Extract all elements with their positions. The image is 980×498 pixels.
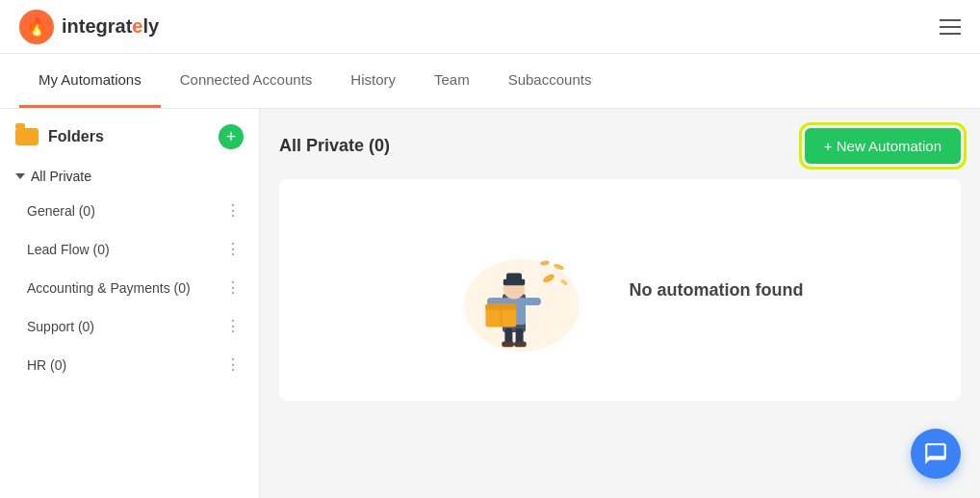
tab-subaccounts[interactable]: Subaccounts [489,54,611,108]
sidebar-item-general-label: General (0) [27,203,95,219]
sidebar-item-support-label: Support (0) [27,319,94,334]
hamburger-line-1 [940,19,961,21]
chat-icon [923,441,948,466]
add-folder-button[interactable]: + [219,124,244,149]
logo-text: integrately [62,15,159,38]
logo-icon: 🔥 [19,10,54,44]
sidebar-item-lead-flow[interactable]: Lead Flow (0) ⋮ [0,230,259,269]
empty-message: No automation found [630,280,804,301]
tab-team[interactable]: Team [415,54,489,108]
folders-header: Folders + [0,124,259,161]
hamburger-menu-button[interactable] [940,19,961,35]
sidebar-item-lead-flow-menu[interactable]: ⋮ [222,239,244,260]
hamburger-line-2 [940,26,961,28]
empty-illustration [437,218,591,362]
tab-connected-accounts[interactable]: Connected Accounts [161,54,332,108]
sidebar-item-general[interactable]: General (0) ⋮ [0,192,259,230]
all-private-toggle[interactable]: All Private [0,161,259,192]
empty-state: No automation found [279,179,961,401]
sidebar-item-general-menu[interactable]: ⋮ [222,200,244,222]
sidebar-item-accounting-payments[interactable]: Accounting & Payments (0) ⋮ [0,269,259,307]
content-area: All Private (0) + New Automation [260,109,980,498]
sidebar-item-lead-flow-label: Lead Flow (0) [27,242,110,257]
tab-my-automations[interactable]: My Automations [19,54,161,108]
empty-text: No automation found [630,280,804,300]
sidebar-item-hr[interactable]: HR (0) ⋮ [0,346,259,384]
sidebar-item-accounting-label: Accounting & Payments (0) [27,280,191,296]
main-area: Folders + All Private General (0) ⋮ Lead… [0,109,980,498]
chat-button[interactable] [911,429,961,479]
sidebar-item-support-menu[interactable]: ⋮ [222,316,244,337]
hamburger-line-3 [940,33,961,35]
sidebar-item-hr-label: HR (0) [27,357,66,373]
folders-title: Folders [48,128,104,145]
sidebar: Folders + All Private General (0) ⋮ Lead… [0,109,260,498]
logo[interactable]: 🔥 integrately [19,10,159,44]
sidebar-item-hr-menu[interactable]: ⋮ [222,354,244,376]
all-private-label: All Private [31,169,91,184]
page-title: All Private (0) [279,136,390,156]
tab-history[interactable]: History [331,54,415,108]
header: 🔥 integrately [0,0,980,54]
folders-title-wrap: Folders [15,128,104,145]
nav-tabs: My Automations Connected Accounts Histor… [0,54,980,109]
svg-rect-5 [514,342,527,348]
new-automation-button[interactable]: + New Automation [805,128,961,164]
folder-icon [15,128,39,145]
sidebar-item-accounting-menu[interactable]: ⋮ [222,277,244,299]
svg-rect-14 [506,273,522,280]
svg-rect-8 [524,298,541,305]
chevron-down-icon [15,173,25,179]
content-header: All Private (0) + New Automation [279,128,961,164]
sidebar-item-support[interactable]: Support (0) ⋮ [0,307,259,346]
svg-rect-4 [502,342,514,348]
